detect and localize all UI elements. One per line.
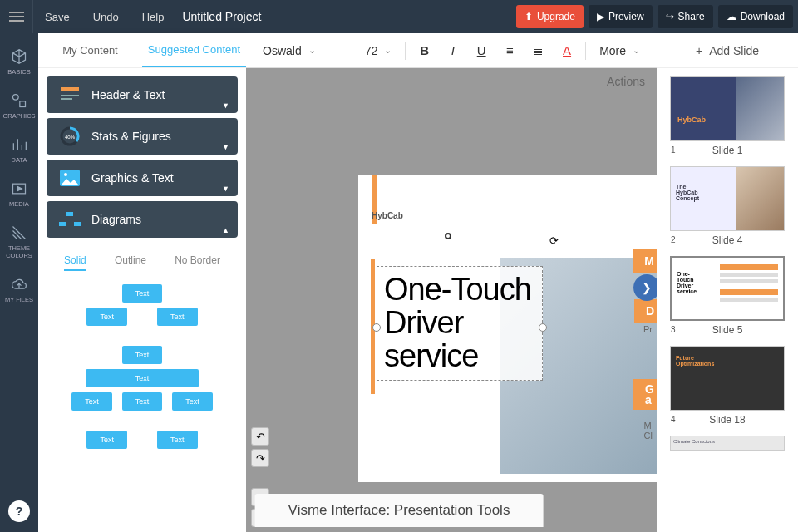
content-panel: My Content Suggested Content Header & Te… — [38, 33, 246, 532]
swatch-icon — [11, 224, 27, 241]
preview-button[interactable]: ▶Preview — [589, 5, 653, 28]
menu-undo[interactable]: Undo — [81, 11, 131, 23]
svg-rect-5 — [61, 98, 72, 100]
play-icon: ▶ — [597, 11, 604, 22]
svg-rect-4 — [61, 95, 79, 96]
thumb-slide-next[interactable]: Climate Conscious — [670, 436, 785, 451]
svg-point-9 — [64, 173, 67, 176]
chevron-down-icon: ▼ — [222, 185, 229, 193]
add-slide-button[interactable]: +Add Slide — [657, 33, 798, 68]
svg-rect-3 — [61, 87, 79, 91]
side-label: Ga — [633, 379, 657, 410]
rail-data[interactable]: DATA — [0, 128, 38, 172]
list-button[interactable]: ≣ — [529, 40, 549, 62]
chevron-up-icon: ▲ — [222, 226, 229, 234]
share-icon: ↪ — [666, 11, 674, 22]
brand-text: HybCab — [372, 211, 403, 220]
diagram-template-1[interactable]: Text TextText — [55, 284, 229, 326]
caption-label: Visme Interface: Presentation Tools — [255, 494, 544, 527]
thumb-slide-18[interactable]: Future Optimizations 4 Slide 18 — [670, 346, 785, 426]
underline-button[interactable]: U — [471, 40, 491, 62]
slide-heading[interactable]: One-Touch Driver service — [384, 273, 535, 373]
topbar: Save Undo Help Untitled Project ⬆Upgrade… — [0, 0, 798, 33]
top-menu: Save Undo Help — [33, 11, 175, 23]
diagram-template-2[interactable]: Text Text TextTextText — [55, 346, 229, 411]
slides-panel: +Add Slide HybCab 1 Slide 1 The HybCab C… — [657, 33, 798, 532]
style-solid[interactable]: Solid — [64, 254, 86, 271]
meta-text: Pr — [643, 324, 653, 334]
media-icon — [11, 180, 27, 197]
diagram-icon — [57, 212, 83, 227]
meta-text: MCl — [644, 421, 653, 441]
next-slide-button[interactable]: ❯ — [633, 274, 657, 301]
side-label: D — [634, 299, 657, 323]
slide-canvas[interactable]: HybCab ⟳ M P D Pr Ga MCl One-Touch Drive… — [358, 175, 657, 482]
cloud-up-icon — [11, 276, 27, 293]
block-diagrams[interactable]: Diagrams▲ — [47, 201, 238, 238]
upload-icon: ⬆ — [525, 11, 533, 22]
rail-myfiles[interactable]: MY FILES — [0, 268, 38, 312]
project-title[interactable]: Untitled Project — [182, 10, 261, 23]
cloud-icon: ☁ — [727, 11, 736, 22]
tab-suggested-content[interactable]: Suggested Content — [142, 33, 246, 67]
italic-button[interactable]: I — [443, 40, 463, 62]
plus-icon: + — [696, 44, 702, 57]
menu-help[interactable]: Help — [131, 11, 176, 23]
style-outline[interactable]: Outline — [115, 254, 146, 271]
siderail: BASICS GRAPHICS DATA MEDIA THEME COLORS … — [0, 33, 38, 532]
svg-rect-10 — [66, 212, 73, 216]
download-button[interactable]: ☁Download — [718, 5, 793, 28]
thumb-slide-1[interactable]: HybCab 1 Slide 1 — [670, 76, 785, 156]
rail-theme[interactable]: THEME COLORS — [0, 216, 38, 268]
text-frame[interactable]: One-Touch Driver service — [377, 266, 543, 381]
undo-button[interactable]: ↶ — [251, 427, 269, 446]
rail-graphics[interactable]: GRAPHICS — [0, 84, 38, 128]
canvas[interactable]: Oswald 72 B I U ≡ ≣ A More Actions HybCa… — [246, 33, 657, 532]
align-button[interactable]: ≡ — [500, 40, 520, 62]
rail-basics[interactable]: BASICS — [0, 40, 38, 84]
fontsize-dropdown[interactable]: 72 — [360, 41, 397, 61]
cube-icon — [11, 48, 27, 65]
svg-rect-11 — [59, 222, 66, 226]
chevron-down-icon: ▼ — [222, 143, 229, 151]
block-header-text[interactable]: Header & Text▼ — [47, 76, 238, 113]
diagram-templates: Text TextText Text Text TextTextText Tex… — [38, 276, 246, 457]
rotate-handle-icon[interactable]: ⟳ — [549, 234, 559, 247]
share-button[interactable]: ↪Share — [658, 5, 713, 28]
svg-text:40%: 40% — [65, 135, 76, 140]
chart-icon — [11, 136, 27, 153]
block-stats-figures[interactable]: 40%Stats & Figures▼ — [47, 118, 238, 155]
thumb-slide-5[interactable]: One-Touch Driver service 3 Slide 5 — [670, 256, 785, 336]
svg-rect-1 — [20, 101, 26, 107]
side-label: M — [633, 249, 657, 273]
shapes-icon — [11, 92, 27, 109]
style-tabs: Solid Outline No Border — [38, 246, 246, 276]
svg-point-0 — [13, 95, 19, 101]
svg-rect-12 — [74, 222, 81, 226]
actions-link[interactable]: Actions — [607, 75, 645, 88]
diagram-template-3[interactable]: TextText — [55, 431, 229, 449]
thumb-slide-4[interactable]: The HybCab Concept 2 Slide 4 — [670, 166, 785, 246]
upgrade-button[interactable]: ⬆Upgrade — [516, 5, 584, 28]
redo-button[interactable]: ↷ — [251, 449, 269, 467]
text-color-button[interactable]: A — [557, 40, 577, 62]
text-toolbar: Oswald 72 B I U ≡ ≣ A More — [246, 33, 657, 68]
help-button[interactable]: ? — [8, 500, 30, 522]
more-dropdown[interactable]: More — [594, 41, 645, 61]
hamburger-menu[interactable] — [0, 0, 33, 33]
rail-media[interactable]: MEDIA — [0, 172, 38, 216]
font-dropdown[interactable]: Oswald — [258, 41, 352, 61]
header-icon — [57, 87, 83, 102]
style-noborder[interactable]: No Border — [175, 254, 220, 271]
dot-marker — [445, 233, 451, 239]
donut-icon: 40% — [57, 126, 83, 147]
block-graphics-text[interactable]: Graphics & Text▼ — [47, 160, 238, 196]
chevron-down-icon: ▼ — [222, 101, 229, 110]
tab-my-content[interactable]: My Content — [38, 33, 142, 67]
bold-button[interactable]: B — [414, 40, 434, 62]
image-icon — [57, 170, 83, 186]
menu-save[interactable]: Save — [33, 11, 81, 23]
